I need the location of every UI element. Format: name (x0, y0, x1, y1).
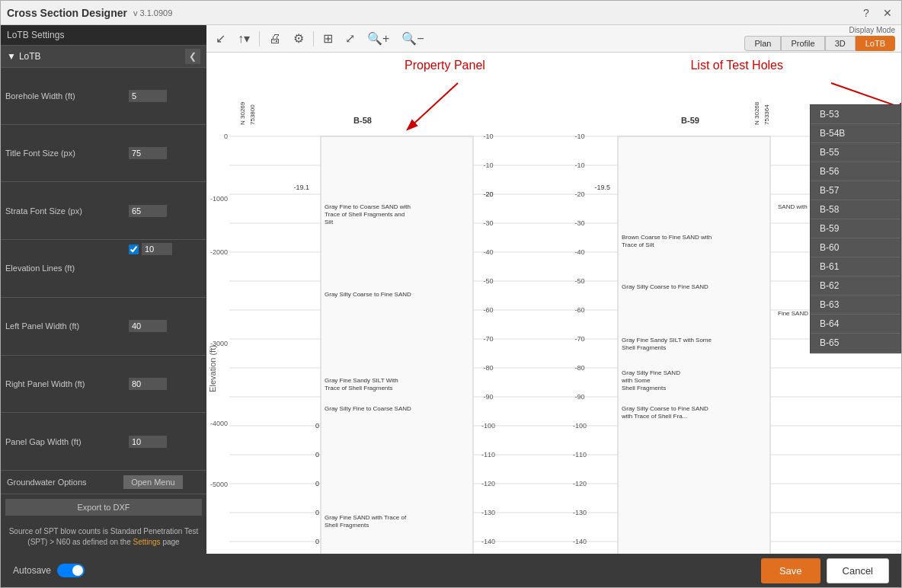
fit-button[interactable]: ⤢ (342, 30, 358, 47)
groundwater-open-menu[interactable]: Open Menu (123, 475, 182, 489)
close-button[interactable]: ✕ (880, 5, 895, 21)
svg-text:-19.5: -19.5 (594, 184, 610, 191)
test-hole-item[interactable]: B-59 (811, 219, 900, 238)
svg-text:0: 0 (315, 422, 319, 430)
mode-profile-button[interactable]: Profile (781, 36, 824, 51)
print-button[interactable]: 🖨 (266, 30, 284, 47)
test-holes-dropdown[interactable]: B-53B-54BB-55B-56B-57B-58B-59B-60B-61B-6… (810, 104, 901, 353)
svg-text:-60: -60 (574, 306, 584, 314)
app-title: Cross Section Designer (7, 7, 127, 19)
svg-text:-50: -50 (574, 277, 584, 285)
autosave-label: Autosave (13, 565, 51, 576)
svg-text:-2000: -2000 (210, 248, 228, 256)
test-hole-item[interactable]: B-60 (811, 238, 900, 257)
cross-section-svg: Elevation (ft) 0 -1000 -2000 -3000 -4000… (206, 102, 901, 554)
svg-text:Shell Fragments: Shell Fragments (622, 385, 666, 391)
app-window: Cross Section Designer v 3.1.0909 ? ✕ Lo… (0, 0, 902, 588)
prop-label: Title Font Size (px) (1, 124, 124, 182)
test-hole-item[interactable]: B-64 (811, 315, 900, 334)
settings-link[interactable]: Settings (133, 538, 160, 546)
svg-text:Fine SAND: Fine SAND (778, 310, 808, 317)
svg-text:-10: -10 (574, 161, 584, 169)
info-box: Source of SPT blow counts is Standard Pe… (1, 520, 206, 554)
svg-text:-140: -140 (573, 538, 587, 545)
move-tool-button[interactable]: ↙ (213, 30, 229, 47)
svg-text:0: 0 (315, 538, 319, 545)
prop-label: Elevation Lines (ft) (1, 240, 124, 298)
test-hole-item[interactable]: B-53 (811, 105, 900, 124)
test-hole-item[interactable]: B-65 (811, 334, 900, 353)
svg-text:-20: -20 (574, 190, 584, 198)
info-suffix: page (162, 538, 179, 546)
test-hole-item[interactable]: B-58 (811, 200, 900, 219)
svg-text:-80: -80 (574, 364, 584, 372)
prop-value (124, 355, 206, 413)
display-mode-label: Display Mode (849, 26, 895, 34)
save-button[interactable]: Save (761, 558, 820, 583)
cancel-button[interactable]: Cancel (827, 558, 889, 583)
footer: Autosave Save Cancel (1, 554, 901, 587)
svg-text:0: 0 (315, 480, 319, 487)
svg-text:-4000: -4000 (210, 420, 228, 427)
svg-text:753364: 753364 (763, 104, 770, 125)
svg-text:-10: -10 (483, 133, 493, 140)
svg-text:-80: -80 (483, 364, 493, 372)
test-hole-item[interactable]: B-63 (811, 296, 900, 315)
svg-text:753800: 753800 (249, 104, 256, 125)
zoom-out-button[interactable]: 🔍− (398, 30, 427, 47)
elevation-checkbox[interactable] (129, 244, 139, 254)
svg-text:-1000: -1000 (210, 195, 228, 203)
test-hole-item[interactable]: B-62 (811, 276, 900, 296)
svg-text:Silt: Silt (325, 219, 334, 225)
toggle-knob (72, 565, 83, 576)
autosave-toggle[interactable] (57, 564, 85, 577)
svg-text:Gray Silty Fine SAND: Gray Silty Fine SAND (622, 369, 680, 376)
mode-plan-button[interactable]: Plan (744, 36, 781, 51)
display-mode-buttons: Plan Profile 3D LoTB (744, 36, 895, 51)
property-panel-annotation: Property Panel (405, 59, 485, 72)
svg-text:B-58: B-58 (353, 116, 372, 125)
mode-3d-button[interactable]: 3D (825, 36, 856, 51)
help-button[interactable]: ? (859, 5, 874, 21)
test-hole-item[interactable]: B-55 (811, 143, 900, 162)
prop-input[interactable] (129, 205, 167, 217)
prop-input[interactable] (129, 436, 167, 448)
mode-lotb-button[interactable]: LoTB (856, 36, 895, 51)
prop-input[interactable] (129, 90, 167, 102)
prop-value (124, 240, 157, 258)
grid-button[interactable]: ⊞ (320, 30, 336, 47)
svg-text:SAND with: SAND with (778, 203, 808, 210)
zoom-in-button[interactable]: 🔍+ (364, 30, 392, 47)
svg-text:-100: -100 (573, 422, 587, 430)
svg-text:-90: -90 (574, 393, 584, 401)
prop-input[interactable] (129, 147, 167, 159)
test-hole-item[interactable]: B-57 (811, 181, 900, 200)
toolbar: ↙ ↑▾ 🖨 ⚙ ⊞ ⤢ 🔍+ 🔍− Display Mode Plan Pro… (206, 25, 901, 53)
toolbar-sep-2 (313, 31, 314, 46)
svg-text:Gray Silty Coarse to Fine SAND: Gray Silty Coarse to Fine SAND (622, 405, 708, 412)
autosave-area: Autosave (13, 564, 85, 577)
test-hole-item[interactable]: B-54B (811, 124, 900, 143)
test-hole-item[interactable]: B-61 (811, 257, 900, 276)
prop-input[interactable] (129, 378, 167, 390)
collapse-button[interactable]: ❮ (185, 49, 200, 64)
svg-text:Gray Fine Sandy SILT with Some: Gray Fine Sandy SILT with Some (622, 337, 712, 344)
export-dxf-button[interactable]: Export to DXF (5, 499, 202, 516)
title-bar: Cross Section Designer v 3.1.0909 ? ✕ (1, 1, 901, 25)
svg-text:-6000: -6000 (210, 553, 228, 554)
test-hole-item[interactable]: B-56 (811, 162, 900, 181)
prop-input[interactable] (142, 243, 172, 255)
prop-label: Panel Gap Width (ft) (1, 413, 124, 471)
prop-input[interactable] (129, 320, 167, 332)
settings-button[interactable]: ⚙ (290, 30, 307, 47)
svg-text:Gray Silty Fine to Coarse SAND: Gray Silty Fine to Coarse SAND (325, 405, 411, 412)
svg-text:Brown Coarse to Fine SAND with: Brown Coarse to Fine SAND with (622, 234, 712, 241)
svg-text:-19.1: -19.1 (293, 184, 309, 191)
upload-button[interactable]: ↑▾ (235, 30, 253, 47)
footer-buttons: Save Cancel (761, 558, 889, 583)
groundwater-label: Groundwater Options (7, 475, 122, 489)
export-section: Export to DXF (1, 494, 206, 520)
svg-text:Gray Fine SAND with Trace of: Gray Fine SAND with Trace of (325, 514, 407, 521)
svg-text:B-59: B-59 (681, 116, 699, 125)
svg-text:-90: -90 (483, 393, 493, 401)
